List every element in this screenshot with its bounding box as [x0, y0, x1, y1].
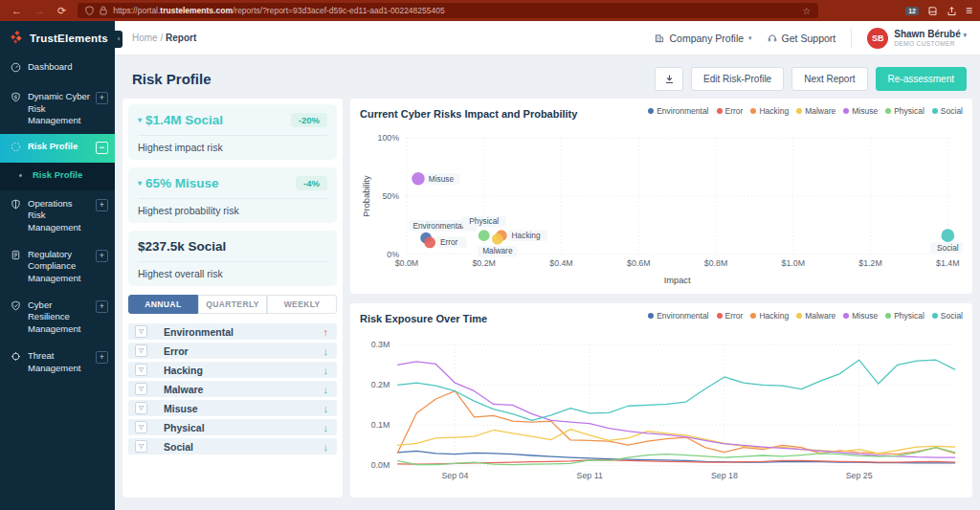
svg-text:0.1M: 0.1M	[371, 420, 390, 430]
expand-toggle[interactable]: −	[96, 142, 108, 154]
expand-toggle[interactable]: +	[96, 250, 108, 262]
tracking-shield-icon[interactable]	[85, 6, 94, 15]
url-bar[interactable]: https://portal.trustelements.com/reports…	[78, 3, 818, 18]
risk-row-misuse[interactable]: ▽Misuse↓	[128, 400, 337, 416]
next-report-button[interactable]: Next Report	[791, 67, 867, 91]
svg-text:Misuse: Misuse	[429, 174, 455, 184]
expand-toggle[interactable]: +	[96, 300, 108, 313]
svg-text:Sep 18: Sep 18	[711, 471, 738, 480]
svg-text:$1.2M: $1.2M	[858, 258, 881, 268]
browser-back-icon[interactable]: ←	[11, 0, 22, 21]
expand-toggle[interactable]: +	[96, 199, 108, 211]
legend-dot	[717, 313, 723, 319]
legend-label: Social	[941, 106, 963, 116]
legend-social[interactable]: Social	[932, 311, 963, 321]
stat-top: $237.5k Social	[138, 239, 327, 254]
filter-icon[interactable]: ▽	[135, 421, 147, 433]
expand-toggle[interactable]: +	[96, 92, 108, 104]
tab-weekly[interactable]: WEEKLY	[267, 295, 337, 314]
user-menu[interactable]: SB Shawn Bérubé ▾ DEMO CUSTOMER	[867, 28, 967, 49]
menu-icon[interactable]: ≡	[966, 5, 972, 16]
line-legend: EnvironmentalErrorHackingMalwareMisusePh…	[648, 311, 963, 321]
legend-physical[interactable]: Physical	[885, 106, 924, 116]
download-button[interactable]	[655, 67, 683, 91]
sidebar-item-dashboard[interactable]: Dashboard	[0, 54, 115, 83]
tab-annual[interactable]: ANNUAL	[128, 295, 198, 314]
avatar: SB	[867, 28, 888, 49]
risk-row-malware[interactable]: ▽Malware↓	[128, 381, 337, 397]
point-error[interactable]	[424, 237, 435, 249]
svg-text:0.2M: 0.2M	[371, 380, 390, 389]
legend-environmental[interactable]: Environmental	[648, 311, 708, 321]
sidebar-collapse-toggle[interactable]: ‹	[115, 31, 122, 48]
filter-icon[interactable]: ▽	[135, 440, 147, 453]
edit-risk-profile-button[interactable]: Edit Risk-Profile	[691, 67, 784, 91]
legend-error[interactable]: Error	[717, 106, 744, 116]
headset-icon	[768, 33, 777, 43]
share-icon[interactable]	[947, 6, 957, 16]
legend-malware[interactable]: Malware	[796, 106, 835, 116]
series-social[interactable]	[397, 360, 955, 420]
expand-toggle[interactable]: +	[96, 351, 108, 364]
legend-physical[interactable]: Physical	[885, 311, 924, 321]
stat-cards: ▾$1.4M Social-20%Highest impact risk▾65%…	[128, 104, 337, 286]
reassessment-button[interactable]: Re-assessment	[876, 67, 967, 91]
browser-forward-icon[interactable]: →	[34, 0, 45, 21]
legend-dot	[717, 108, 723, 114]
point-physical[interactable]	[479, 230, 490, 241]
sidebar-item-regulatory-compliance-management[interactable]: Regulatory Compliance Management+	[0, 241, 115, 292]
browser-chrome: ← → ⟳ https://portal.trustelements.com/r…	[0, 0, 980, 21]
filter-icon[interactable]: ▽	[135, 402, 147, 414]
svg-text:Probability: Probability	[362, 175, 371, 217]
legend-malware[interactable]: Malware	[796, 311, 835, 321]
filter-icon[interactable]: ▽	[135, 344, 147, 357]
risk-row-social[interactable]: ▽Social↓	[128, 438, 337, 455]
legend-hacking[interactable]: Hacking	[750, 311, 789, 321]
series-hacking[interactable]	[397, 390, 955, 454]
svg-text:$0.8M: $0.8M	[704, 258, 727, 268]
point-malware[interactable]	[492, 233, 503, 245]
breadcrumb-home[interactable]: Home	[132, 33, 158, 43]
tab-quarterly[interactable]: QUARTERLY	[198, 295, 268, 314]
stat-card-65-misuse: ▾65% Misuse-4%Highest probability risk	[128, 167, 337, 223]
sidebar-item-operations-risk-management[interactable]: Operations Risk Management+	[0, 190, 115, 241]
filter-icon[interactable]: ▽	[135, 383, 147, 395]
sidebar-item-dynamic-cyber-risk-management[interactable]: Dynamic Cyber Risk Management+	[0, 83, 115, 134]
svg-text:$0.4M: $0.4M	[549, 258, 572, 268]
risk-row-error[interactable]: ▽Error↓	[128, 343, 337, 359]
risk-row-physical[interactable]: ▽Physical↓	[128, 419, 337, 435]
browser-reload-icon[interactable]: ⟳	[57, 0, 66, 21]
legend-dot	[648, 108, 654, 114]
legend-error[interactable]: Error	[717, 311, 744, 321]
reader-icon[interactable]	[927, 6, 938, 16]
brand[interactable]: TrustElements	[0, 21, 115, 54]
legend-hacking[interactable]: Hacking	[750, 106, 789, 116]
filter-icon[interactable]: ▽	[135, 364, 147, 376]
get-support-link[interactable]: Get Support	[768, 33, 836, 44]
series-malware[interactable]	[397, 429, 955, 453]
risk-row-environmental[interactable]: ▽Environmental↑	[128, 323, 337, 340]
legend-misuse[interactable]: Misuse	[843, 106, 878, 116]
point-social[interactable]	[942, 229, 955, 242]
sidebar-item-threat-management[interactable]: Threat Management+	[0, 343, 115, 382]
legend-social[interactable]: Social	[932, 106, 963, 116]
filter-icon[interactable]: ▽	[135, 325, 147, 338]
bookmark-star-icon[interactable]: ☆	[802, 6, 811, 16]
point-misuse[interactable]	[412, 172, 425, 186]
sidebar-item-cyber-resilience-management[interactable]: Cyber Resilience Management+	[0, 292, 115, 343]
legend-misuse[interactable]: Misuse	[843, 311, 878, 321]
sidebar-item-risk-profile[interactable]: Risk Profile−	[0, 134, 115, 162]
stat-caption: Highest probability risk	[138, 205, 327, 216]
legend-environmental[interactable]: Environmental	[648, 106, 708, 116]
legend-label: Physical	[894, 311, 924, 321]
svg-text:Sep 25: Sep 25	[846, 471, 873, 480]
legend-dot	[932, 108, 938, 114]
extension-badge[interactable]: 12	[905, 7, 919, 15]
company-profile-menu[interactable]: Company Profile ▾	[655, 33, 751, 44]
stat-value-text: 65% Misuse	[145, 176, 219, 190]
sidebar-item-label: Threat Management	[28, 350, 90, 374]
sidebar-item-risk-profile-sub[interactable]: Risk Profile	[0, 163, 115, 190]
stat-card-237-5k-social: $237.5k SocialHighest overall risk	[128, 231, 337, 286]
line-chart-title: Risk Exposure Over Time	[360, 311, 487, 324]
risk-row-hacking[interactable]: ▽Hacking↓	[128, 362, 337, 378]
